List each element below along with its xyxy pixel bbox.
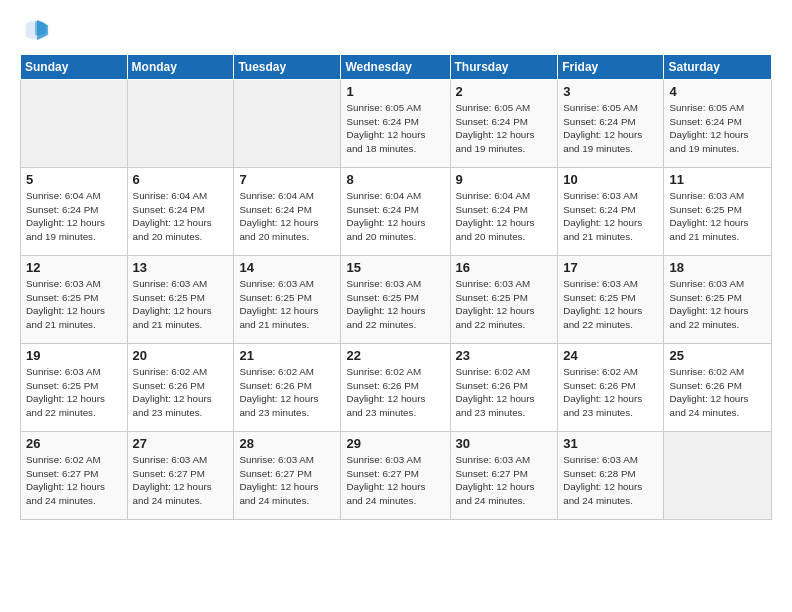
day-info: Sunrise: 6:05 AMSunset: 6:24 PMDaylight:…	[563, 101, 658, 156]
day-number: 13	[133, 260, 229, 275]
calendar-cell: 27Sunrise: 6:03 AMSunset: 6:27 PMDayligh…	[127, 432, 234, 520]
day-info: Sunrise: 6:05 AMSunset: 6:24 PMDaylight:…	[456, 101, 553, 156]
day-number: 19	[26, 348, 122, 363]
calendar-cell: 26Sunrise: 6:02 AMSunset: 6:27 PMDayligh…	[21, 432, 128, 520]
day-info: Sunrise: 6:03 AMSunset: 6:25 PMDaylight:…	[26, 277, 122, 332]
day-number: 5	[26, 172, 122, 187]
day-number: 3	[563, 84, 658, 99]
calendar-cell: 23Sunrise: 6:02 AMSunset: 6:26 PMDayligh…	[450, 344, 558, 432]
day-info: Sunrise: 6:04 AMSunset: 6:24 PMDaylight:…	[26, 189, 122, 244]
day-number: 1	[346, 84, 444, 99]
svg-marker-0	[37, 20, 48, 41]
day-info: Sunrise: 6:02 AMSunset: 6:26 PMDaylight:…	[669, 365, 766, 420]
day-info: Sunrise: 6:02 AMSunset: 6:26 PMDaylight:…	[456, 365, 553, 420]
logo-icon	[22, 16, 50, 44]
day-info: Sunrise: 6:04 AMSunset: 6:24 PMDaylight:…	[456, 189, 553, 244]
day-number: 7	[239, 172, 335, 187]
day-number: 12	[26, 260, 122, 275]
weekday-header-thursday: Thursday	[450, 55, 558, 80]
calendar-cell: 5Sunrise: 6:04 AMSunset: 6:24 PMDaylight…	[21, 168, 128, 256]
weekday-header-sunday: Sunday	[21, 55, 128, 80]
calendar-cell: 16Sunrise: 6:03 AMSunset: 6:25 PMDayligh…	[450, 256, 558, 344]
calendar-cell: 21Sunrise: 6:02 AMSunset: 6:26 PMDayligh…	[234, 344, 341, 432]
calendar-cell	[234, 80, 341, 168]
day-info: Sunrise: 6:03 AMSunset: 6:25 PMDaylight:…	[346, 277, 444, 332]
page: SundayMondayTuesdayWednesdayThursdayFrid…	[0, 0, 792, 612]
calendar-cell: 30Sunrise: 6:03 AMSunset: 6:27 PMDayligh…	[450, 432, 558, 520]
calendar-cell	[21, 80, 128, 168]
calendar-cell: 19Sunrise: 6:03 AMSunset: 6:25 PMDayligh…	[21, 344, 128, 432]
day-info: Sunrise: 6:03 AMSunset: 6:27 PMDaylight:…	[346, 453, 444, 508]
day-number: 29	[346, 436, 444, 451]
day-info: Sunrise: 6:03 AMSunset: 6:27 PMDaylight:…	[133, 453, 229, 508]
day-number: 6	[133, 172, 229, 187]
day-info: Sunrise: 6:03 AMSunset: 6:25 PMDaylight:…	[239, 277, 335, 332]
calendar: SundayMondayTuesdayWednesdayThursdayFrid…	[20, 54, 772, 520]
day-number: 22	[346, 348, 444, 363]
calendar-cell: 31Sunrise: 6:03 AMSunset: 6:28 PMDayligh…	[558, 432, 664, 520]
day-info: Sunrise: 6:03 AMSunset: 6:25 PMDaylight:…	[133, 277, 229, 332]
day-info: Sunrise: 6:04 AMSunset: 6:24 PMDaylight:…	[239, 189, 335, 244]
weekday-header-tuesday: Tuesday	[234, 55, 341, 80]
weekday-header-saturday: Saturday	[664, 55, 772, 80]
day-number: 25	[669, 348, 766, 363]
day-number: 23	[456, 348, 553, 363]
day-info: Sunrise: 6:03 AMSunset: 6:27 PMDaylight:…	[456, 453, 553, 508]
calendar-cell: 12Sunrise: 6:03 AMSunset: 6:25 PMDayligh…	[21, 256, 128, 344]
calendar-cell: 11Sunrise: 6:03 AMSunset: 6:25 PMDayligh…	[664, 168, 772, 256]
calendar-cell: 1Sunrise: 6:05 AMSunset: 6:24 PMDaylight…	[341, 80, 450, 168]
calendar-cell: 17Sunrise: 6:03 AMSunset: 6:25 PMDayligh…	[558, 256, 664, 344]
calendar-cell: 28Sunrise: 6:03 AMSunset: 6:27 PMDayligh…	[234, 432, 341, 520]
calendar-cell: 8Sunrise: 6:04 AMSunset: 6:24 PMDaylight…	[341, 168, 450, 256]
day-number: 9	[456, 172, 553, 187]
calendar-cell: 3Sunrise: 6:05 AMSunset: 6:24 PMDaylight…	[558, 80, 664, 168]
calendar-cell	[127, 80, 234, 168]
day-info: Sunrise: 6:03 AMSunset: 6:25 PMDaylight:…	[456, 277, 553, 332]
day-info: Sunrise: 6:03 AMSunset: 6:25 PMDaylight:…	[669, 277, 766, 332]
day-number: 8	[346, 172, 444, 187]
calendar-cell: 25Sunrise: 6:02 AMSunset: 6:26 PMDayligh…	[664, 344, 772, 432]
calendar-cell: 29Sunrise: 6:03 AMSunset: 6:27 PMDayligh…	[341, 432, 450, 520]
day-info: Sunrise: 6:02 AMSunset: 6:26 PMDaylight:…	[346, 365, 444, 420]
calendar-cell: 13Sunrise: 6:03 AMSunset: 6:25 PMDayligh…	[127, 256, 234, 344]
day-info: Sunrise: 6:03 AMSunset: 6:24 PMDaylight:…	[563, 189, 658, 244]
day-info: Sunrise: 6:04 AMSunset: 6:24 PMDaylight:…	[346, 189, 444, 244]
day-info: Sunrise: 6:04 AMSunset: 6:24 PMDaylight:…	[133, 189, 229, 244]
day-number: 14	[239, 260, 335, 275]
day-info: Sunrise: 6:03 AMSunset: 6:27 PMDaylight:…	[239, 453, 335, 508]
calendar-cell: 18Sunrise: 6:03 AMSunset: 6:25 PMDayligh…	[664, 256, 772, 344]
day-info: Sunrise: 6:02 AMSunset: 6:27 PMDaylight:…	[26, 453, 122, 508]
day-info: Sunrise: 6:03 AMSunset: 6:28 PMDaylight:…	[563, 453, 658, 508]
calendar-week-1: 1Sunrise: 6:05 AMSunset: 6:24 PMDaylight…	[21, 80, 772, 168]
calendar-cell: 7Sunrise: 6:04 AMSunset: 6:24 PMDaylight…	[234, 168, 341, 256]
day-info: Sunrise: 6:03 AMSunset: 6:25 PMDaylight:…	[26, 365, 122, 420]
calendar-week-3: 12Sunrise: 6:03 AMSunset: 6:25 PMDayligh…	[21, 256, 772, 344]
day-number: 31	[563, 436, 658, 451]
calendar-header-row: SundayMondayTuesdayWednesdayThursdayFrid…	[21, 55, 772, 80]
calendar-cell: 14Sunrise: 6:03 AMSunset: 6:25 PMDayligh…	[234, 256, 341, 344]
calendar-week-4: 19Sunrise: 6:03 AMSunset: 6:25 PMDayligh…	[21, 344, 772, 432]
day-number: 21	[239, 348, 335, 363]
day-info: Sunrise: 6:03 AMSunset: 6:25 PMDaylight:…	[669, 189, 766, 244]
day-number: 28	[239, 436, 335, 451]
calendar-cell: 2Sunrise: 6:05 AMSunset: 6:24 PMDaylight…	[450, 80, 558, 168]
calendar-cell	[664, 432, 772, 520]
day-number: 26	[26, 436, 122, 451]
calendar-cell: 22Sunrise: 6:02 AMSunset: 6:26 PMDayligh…	[341, 344, 450, 432]
calendar-cell: 20Sunrise: 6:02 AMSunset: 6:26 PMDayligh…	[127, 344, 234, 432]
day-number: 16	[456, 260, 553, 275]
day-number: 10	[563, 172, 658, 187]
day-number: 20	[133, 348, 229, 363]
calendar-week-5: 26Sunrise: 6:02 AMSunset: 6:27 PMDayligh…	[21, 432, 772, 520]
calendar-cell: 9Sunrise: 6:04 AMSunset: 6:24 PMDaylight…	[450, 168, 558, 256]
day-number: 17	[563, 260, 658, 275]
calendar-cell: 10Sunrise: 6:03 AMSunset: 6:24 PMDayligh…	[558, 168, 664, 256]
day-number: 11	[669, 172, 766, 187]
calendar-cell: 4Sunrise: 6:05 AMSunset: 6:24 PMDaylight…	[664, 80, 772, 168]
calendar-week-2: 5Sunrise: 6:04 AMSunset: 6:24 PMDaylight…	[21, 168, 772, 256]
weekday-header-wednesday: Wednesday	[341, 55, 450, 80]
calendar-cell: 24Sunrise: 6:02 AMSunset: 6:26 PMDayligh…	[558, 344, 664, 432]
day-info: Sunrise: 6:02 AMSunset: 6:26 PMDaylight:…	[133, 365, 229, 420]
day-number: 2	[456, 84, 553, 99]
calendar-cell: 15Sunrise: 6:03 AMSunset: 6:25 PMDayligh…	[341, 256, 450, 344]
